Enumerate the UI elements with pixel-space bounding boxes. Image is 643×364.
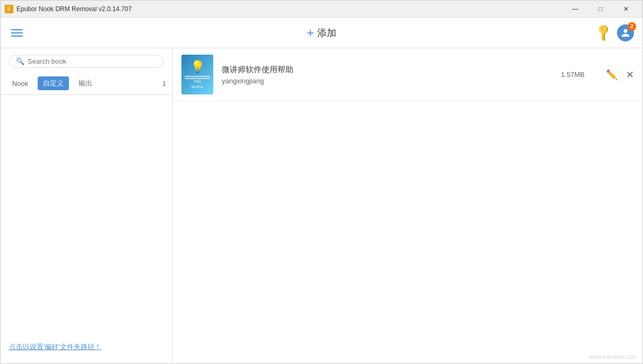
plus-icon: + (307, 25, 314, 40)
toolbar: + 添加 🔑 2 (1, 18, 642, 48)
cover-bulb-icon: 💡 (190, 60, 205, 74)
book-cover: 💡 TitleAuthor (181, 55, 213, 94)
window-controls: — □ ✕ (563, 1, 638, 18)
sidebar: 🔍 Nook 自定义 输出 1 点击以设置'偏好'文件夹路径！ (1, 48, 173, 364)
close-button[interactable]: ✕ (614, 1, 638, 18)
notification-badge: 2 (628, 22, 636, 31)
book-count: 1 (162, 80, 166, 88)
main-layout: 🔍 Nook 自定义 输出 1 点击以设置'偏好'文件夹路径！ 💡 TitleA… (1, 48, 642, 364)
sidebar-tabs: Nook 自定义 输出 1 (1, 74, 172, 95)
add-button[interactable]: + 添加 (307, 25, 336, 40)
key-icon[interactable]: 🔑 (594, 23, 613, 42)
user-account-button[interactable]: 2 (617, 24, 634, 41)
maximize-button[interactable]: □ (588, 1, 613, 18)
app-title: Epubor Nook DRM Removal v2.0.14.707 (16, 5, 563, 13)
cover-label: TitleAuthor (191, 79, 204, 89)
search-input[interactable] (28, 57, 157, 65)
title-bar: E Epubor Nook DRM Removal v2.0.14.707 — … (1, 1, 642, 18)
delete-button[interactable]: ✕ (626, 69, 634, 81)
app-icon: E (5, 5, 13, 13)
toolbar-right: 🔑 2 (596, 24, 634, 41)
watermark: www.xiazaiba.com (589, 353, 637, 360)
add-label: 添加 (317, 27, 336, 39)
tab-nook[interactable]: Nook (7, 77, 33, 90)
search-wrapper: 🔍 (9, 55, 164, 68)
search-area: 🔍 (1, 48, 172, 74)
preferences-link[interactable]: 点击以设置'偏好'文件夹路径！ (9, 343, 101, 351)
menu-button[interactable] (9, 27, 25, 39)
minimize-button[interactable]: — (563, 1, 587, 18)
book-actions: ✏️ ✕ (606, 69, 634, 81)
book-item: 💡 TitleAuthor 微讲师软件使用帮助 yangxingjiang 1.… (173, 48, 642, 101)
settings-link-area: 点击以设置'偏好'文件夹路径！ (1, 329, 172, 364)
book-title: 微讲师软件使用帮助 (222, 65, 552, 75)
content-area: 💡 TitleAuthor 微讲师软件使用帮助 yangxingjiang 1.… (173, 48, 642, 364)
edit-button[interactable]: ✏️ (606, 69, 618, 81)
book-size: 1.57MB (561, 71, 585, 79)
search-icon: 🔍 (16, 57, 24, 65)
book-info: 微讲师软件使用帮助 yangxingjiang (222, 65, 552, 85)
book-author: yangxingjiang (222, 77, 552, 85)
tab-custom[interactable]: 自定义 (38, 76, 69, 90)
tab-output[interactable]: 输出 (73, 76, 98, 90)
